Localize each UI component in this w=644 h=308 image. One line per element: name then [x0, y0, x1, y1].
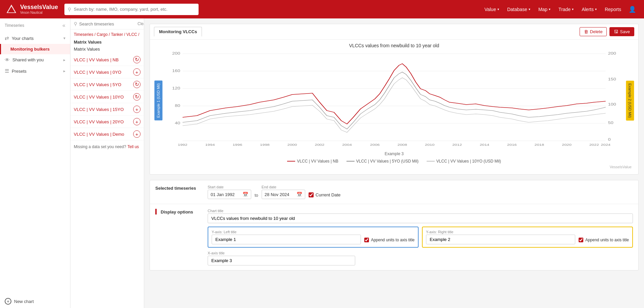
- sidebar-chart-monitoring-bulkers[interactable]: Monitoring bulkers: [0, 44, 70, 54]
- legend-line-5yo: [346, 161, 355, 162]
- ts-search-bar: ⚲ Clear: [70, 18, 144, 29]
- append-left-checkbox[interactable]: [364, 238, 369, 242]
- search-input[interactable]: [74, 7, 195, 12]
- current-date-section: Current Date: [309, 187, 340, 197]
- legend-line-10yo: [427, 161, 435, 162]
- svg-text:1998: 1998: [260, 143, 270, 146]
- chart-title-input[interactable]: [208, 213, 633, 223]
- ts-item-add-20yo[interactable]: +: [133, 118, 141, 125]
- sidebar-collapse-button[interactable]: «: [62, 22, 65, 28]
- append-right-check: Append units to axis title: [579, 238, 629, 244]
- svg-text:1992: 1992: [178, 143, 187, 146]
- nav-value[interactable]: Value ▾: [481, 5, 502, 14]
- nav-database[interactable]: Database ▾: [504, 5, 534, 14]
- list-icon: ☰: [5, 68, 9, 74]
- start-date-wrap: Start date 01 Jan 1992 📅: [208, 185, 251, 199]
- chevron-down-icon: ▾: [63, 36, 65, 41]
- global-search[interactable]: ⚲: [64, 4, 199, 15]
- y-axis-left-label: Example 1 (USD Mil): [153, 50, 163, 151]
- delete-button[interactable]: 🗑 Delete: [580, 27, 607, 36]
- display-options-label: Display options: [161, 209, 193, 214]
- nav-reports[interactable]: Reports: [601, 5, 625, 14]
- chevron-down-icon: ▾: [595, 7, 597, 11]
- x-axis-field: X-axis title: [208, 251, 355, 265]
- main-content: Monitoring VLCCs 🗑 Delete 🖫 Save VLCCs v…: [144, 18, 644, 308]
- ts-clear-button[interactable]: Clear: [138, 21, 144, 26]
- start-date-input[interactable]: 01 Jan 1992 📅: [208, 190, 251, 199]
- ts-tell-us-link[interactable]: Tell us: [127, 144, 139, 149]
- date-row: Start date 01 Jan 1992 📅 to End date 28 …: [208, 185, 633, 199]
- svg-text:2004: 2004: [342, 143, 352, 146]
- y-axis-left-text: Example 1 (USD Mil): [154, 81, 162, 121]
- ts-item-20yo[interactable]: VLCC | VV Values | 20YO +: [70, 116, 144, 128]
- ts-section-title: Matrix Values: [70, 38, 144, 47]
- selected-timeseries-content: Start date 01 Jan 1992 📅 to End date 28 …: [208, 185, 633, 199]
- svg-text:40: 40: [175, 121, 180, 125]
- end-date-label: End date: [262, 185, 305, 189]
- ts-item-0yo[interactable]: VLCC | VV Values | 0YO +: [70, 66, 144, 78]
- svg-text:2014: 2014: [480, 143, 489, 146]
- append-left-check: Append units to axis title: [364, 238, 415, 244]
- user-menu[interactable]: 👤: [626, 4, 639, 14]
- ts-search-input[interactable]: [79, 21, 136, 26]
- nav-map[interactable]: Map ▾: [535, 5, 554, 14]
- ts-item-list: VLCC | VV Values | NB ↻ VLCC | VV Values…: [70, 54, 144, 140]
- sidebar-item-presets[interactable]: ☰ Presets ▸: [0, 65, 70, 77]
- logo-icon: [5, 3, 17, 15]
- ts-breadcrumb: Timeseries / Cargo / Tanker / VLCC /: [70, 29, 144, 38]
- ts-item-add-0yo[interactable]: +: [133, 68, 141, 76]
- sidebar-item-your-charts[interactable]: ⇄ Your charts ▾: [0, 33, 70, 44]
- ts-item-nb[interactable]: VLCC | VV Values | NB ↻: [70, 54, 144, 66]
- y-axis-right-label: Example 2 (USD Mil): [625, 50, 635, 151]
- chart-tab[interactable]: Monitoring VLCCs: [154, 27, 202, 37]
- ts-item-refresh-nb[interactable]: ↻: [133, 56, 141, 63]
- chart-title-field-label: Chart title: [208, 209, 633, 213]
- svg-text:150: 150: [608, 77, 616, 81]
- trash-icon: 🗑: [584, 29, 588, 34]
- y-axis-left-field-label: Y-axis: Left title: [212, 230, 361, 234]
- chart-svg-element: 200 160 120 80 40 200 150 100 50 0: [163, 50, 625, 151]
- ts-item-10yo[interactable]: VLCC | VV Values | 10YO ↻: [70, 91, 144, 103]
- save-button[interactable]: 🖫 Save: [609, 27, 634, 36]
- chart-header: Monitoring VLCCs 🗑 Delete 🖫 Save: [150, 24, 638, 40]
- brand-name: VesselsValue: [20, 4, 58, 11]
- x-axis-label: Example 3: [153, 151, 635, 156]
- end-date-input[interactable]: 28 Nov 2024 📅: [262, 190, 305, 199]
- ts-item-15yo[interactable]: VLCC | VV Values | 15YO +: [70, 103, 144, 116]
- chart-title: VLCCs values from newbuild to 10 year ol…: [153, 43, 635, 48]
- chart-panel: Monitoring VLCCs 🗑 Delete 🖫 Save VLCCs v…: [150, 24, 639, 175]
- calendar-icon: 📅: [243, 192, 248, 197]
- app-body: Timeseries « ⇄ Your charts ▾ Monitoring …: [0, 18, 644, 308]
- chevron-down-icon: ▾: [529, 7, 530, 11]
- ts-item-5yo[interactable]: VLCC | VV Values | 5YO ↻: [70, 78, 144, 91]
- chart-container: Example 1 (USD Mil): [153, 50, 635, 151]
- current-date-checkbox[interactable]: [309, 192, 314, 197]
- timeseries-panel: ⚲ Clear Timeseries / Cargo / Tanker / VL…: [70, 18, 144, 308]
- svg-text:2016: 2016: [507, 143, 517, 146]
- append-right-checkbox[interactable]: [579, 238, 583, 242]
- ts-item-add-15yo[interactable]: +: [133, 106, 141, 113]
- y-axis-right-input[interactable]: [426, 235, 575, 244]
- y-axis-left-input[interactable]: [212, 235, 361, 244]
- ts-item-demo[interactable]: VLCC | VV Values | Demo +: [70, 128, 144, 140]
- sidebar-title: Timeseries: [5, 23, 24, 28]
- new-chart-button[interactable]: + New chart: [0, 295, 70, 308]
- y-axis-right-field-label: Y-axis: Right title: [426, 230, 575, 234]
- ts-item-add-demo[interactable]: +: [133, 130, 141, 138]
- chart-legend: VLCC | VV Values | NB VLCC | VV Values |…: [153, 156, 635, 165]
- ts-item-refresh-5yo[interactable]: ↻: [133, 81, 141, 88]
- x-axis-input[interactable]: [208, 256, 355, 265]
- nav-alerts[interactable]: Alerts ▾: [578, 5, 600, 14]
- selected-timeseries-label: Selected timeseries: [155, 185, 202, 191]
- legend-item-10yo: VLCC | VV Values | 10YO (USD Mil): [427, 159, 501, 164]
- chevron-down-icon: ▾: [497, 7, 499, 11]
- ts-item-refresh-10yo[interactable]: ↻: [133, 93, 141, 101]
- sidebar-item-shared[interactable]: 👁 Shared with you ▸: [0, 54, 70, 65]
- svg-text:80: 80: [175, 104, 180, 108]
- chevron-right-icon: ▸: [63, 69, 65, 73]
- calendar-icon: 📅: [297, 192, 302, 197]
- y-axis-right-box: Y-axis: Right title Append units to axis…: [422, 227, 633, 248]
- top-nav: VesselsValue Veson Nautical ⚲ Value ▾ Da…: [0, 0, 644, 18]
- nav-trade[interactable]: Trade ▾: [555, 5, 577, 14]
- display-options-content: Chart title Y-axis: Left title: [208, 209, 633, 265]
